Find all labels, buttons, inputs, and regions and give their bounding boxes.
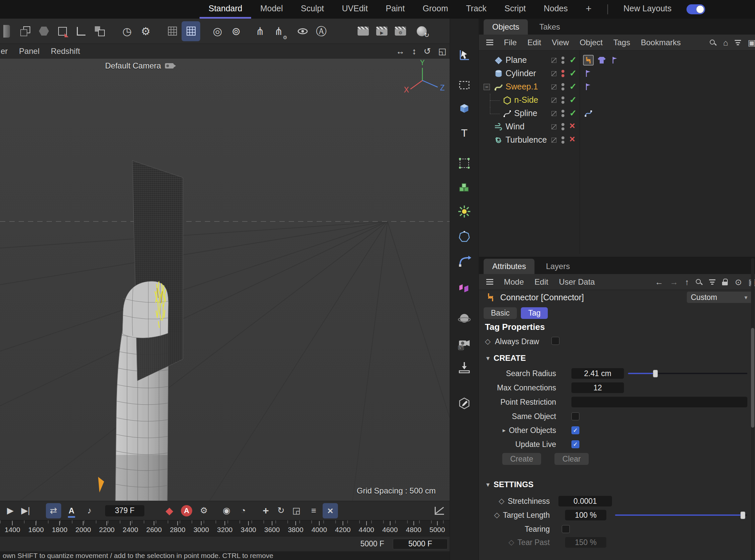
cube-primitive-button[interactable] (454, 98, 475, 119)
field-button[interactable] (454, 308, 475, 329)
slider-knob[interactable] (653, 370, 658, 377)
visibility-dots[interactable] (561, 83, 564, 91)
menu-file[interactable]: File (504, 38, 517, 47)
create-section-header[interactable]: ▾ CREATE (486, 352, 526, 364)
object-name[interactable]: Spline (514, 108, 537, 118)
enable-check-icon[interactable]: ✓ (570, 81, 577, 92)
filter-icon[interactable] (735, 40, 741, 45)
record-rotation-button[interactable]: ◔ (236, 503, 251, 518)
search-radius-field[interactable]: 2.41 cm (571, 368, 624, 379)
update-live-checkbox[interactable]: ✓ (571, 440, 579, 448)
current-frame-field[interactable]: 379 F (105, 505, 144, 516)
object-row-nside[interactable]: n-Side ✓ (479, 94, 755, 107)
stretchiness-field[interactable]: 0.0001 (558, 496, 612, 506)
settings-section-header[interactable]: ▾ SETTINGS (486, 478, 534, 491)
simulate-button[interactable] (454, 201, 475, 222)
goto-end-button[interactable]: ▶| (18, 503, 33, 518)
always-draw-checkbox[interactable] (552, 337, 559, 345)
other-objects-checkbox[interactable]: ✓ (571, 426, 579, 434)
menu-tags[interactable]: Tags (613, 38, 630, 47)
clear-button[interactable]: Clear (554, 453, 589, 465)
visibility-dots[interactable] (561, 70, 564, 77)
lock-icon[interactable] (722, 279, 728, 286)
hamburger-icon[interactable] (486, 279, 493, 285)
floor-button[interactable] (454, 357, 475, 378)
tab-attributes[interactable]: Attributes (483, 259, 535, 274)
axis-mode-button[interactable] (72, 21, 91, 41)
layout-tab-groom[interactable]: Groom (414, 0, 457, 19)
auto-mode-button[interactable]: Ⓐ (312, 21, 331, 41)
viewport-menu-panel[interactable]: Panel (19, 46, 39, 56)
autokey-button[interactable]: A (179, 503, 194, 518)
interface-toggle-switch[interactable] (687, 4, 705, 14)
search-icon[interactable] (710, 39, 716, 46)
enable-check-icon[interactable]: ✓ (570, 55, 577, 65)
clipped-tool-button[interactable] (0, 21, 16, 41)
scale-keys-button[interactable]: ◲ (289, 503, 304, 518)
tool-options-button[interactable]: ⚙ (136, 21, 155, 41)
layer-toggle-icon[interactable] (552, 98, 556, 103)
hamburger-icon[interactable] (486, 40, 493, 45)
enable-check-icon[interactable]: ✓ (570, 108, 577, 118)
tab-objects[interactable]: Objects (483, 19, 528, 35)
snap-grid-active-button[interactable] (182, 21, 200, 41)
joints-button[interactable]: ⋔ (251, 21, 270, 41)
target-length-field[interactable]: 100 % (565, 510, 606, 520)
layer-toggle-icon[interactable] (552, 58, 556, 63)
camera-label[interactable]: Default Camera (105, 61, 174, 71)
layout-tab-track[interactable]: Track (457, 0, 496, 19)
workplane-button[interactable] (91, 21, 109, 41)
menu-edit[interactable]: Edit (528, 38, 541, 47)
object-row-plane[interactable]: Plane ✓ (479, 54, 755, 67)
enable-check-icon[interactable]: ✓ (570, 68, 577, 79)
rectangle-select-button[interactable] (454, 75, 475, 96)
search-icon[interactable] (695, 279, 702, 286)
layout-tab-nodes[interactable]: Nodes (535, 0, 577, 19)
panel-icon[interactable]: ▣ (748, 38, 755, 47)
target-circle-button[interactable]: ◎ (208, 21, 227, 41)
keying-settings-button[interactable]: ⚙ (196, 503, 212, 518)
play-forwards-button[interactable]: ▶ (3, 503, 18, 518)
text-spline-button[interactable]: T (454, 123, 475, 144)
edit-mesh-button[interactable] (53, 21, 72, 41)
modeling-hexagon-button[interactable] (35, 21, 53, 41)
object-name[interactable]: Wind (505, 122, 524, 131)
connector-tag-icon[interactable] (583, 55, 594, 65)
point-restriction-field[interactable] (571, 397, 747, 407)
menu-bookmarks[interactable]: Bookmarks (641, 38, 681, 47)
filter-icon[interactable] (709, 279, 715, 285)
target-length-slider[interactable] (615, 510, 747, 520)
chevron-right-icon[interactable]: ▸ (502, 427, 505, 434)
new-layouts-button[interactable]: New Layouts (615, 0, 681, 19)
up-arrow-icon[interactable]: ↑ (685, 277, 689, 287)
keyframe-diamond-icon[interactable]: ◇ (494, 511, 500, 519)
fcurve-editor-button[interactable] (432, 503, 447, 518)
keyframe-diamond-icon[interactable]: ◇ (499, 497, 504, 505)
render-play-button[interactable]: ▶ (373, 21, 391, 41)
menu-edit[interactable]: Edit (535, 277, 548, 287)
duplicate-button[interactable] (16, 21, 35, 41)
collapse-expander[interactable]: − (483, 84, 490, 90)
object-name[interactable]: Cylinder (505, 68, 536, 78)
visibility-dots[interactable] (561, 57, 564, 64)
object-row-sweep[interactable]: − Sweep.1 ✓ (479, 80, 755, 94)
object-name[interactable]: Turbulence (505, 135, 547, 145)
tearing-checkbox[interactable] (562, 525, 570, 533)
visibility-dots[interactable] (561, 110, 564, 117)
target-icon[interactable]: ⊙ (735, 277, 742, 287)
add-layout-button[interactable]: + (577, 0, 601, 19)
annotation-flag-tag-icon[interactable] (583, 81, 594, 92)
menu-object[interactable]: Object (580, 38, 603, 47)
viewport-menu-er[interactable]: er (1, 46, 8, 56)
visibility-dots[interactable] (561, 136, 564, 144)
range-end-field[interactable]: 5000 F (393, 539, 448, 549)
render-settings-button[interactable]: ⚙ (391, 21, 410, 41)
spline-primitive-button[interactable] (454, 227, 475, 248)
rotate-keys-button[interactable]: ↻ (273, 503, 289, 518)
visibility-dots[interactable] (561, 123, 564, 131)
render-view-button[interactable] (354, 21, 373, 41)
enable-check-icon[interactable]: ✓ (570, 95, 577, 105)
forward-arrow-icon[interactable]: → (670, 277, 678, 287)
gear-circle-button[interactable]: ⊚ (227, 21, 245, 41)
layout-tab-paint[interactable]: Paint (377, 0, 414, 19)
